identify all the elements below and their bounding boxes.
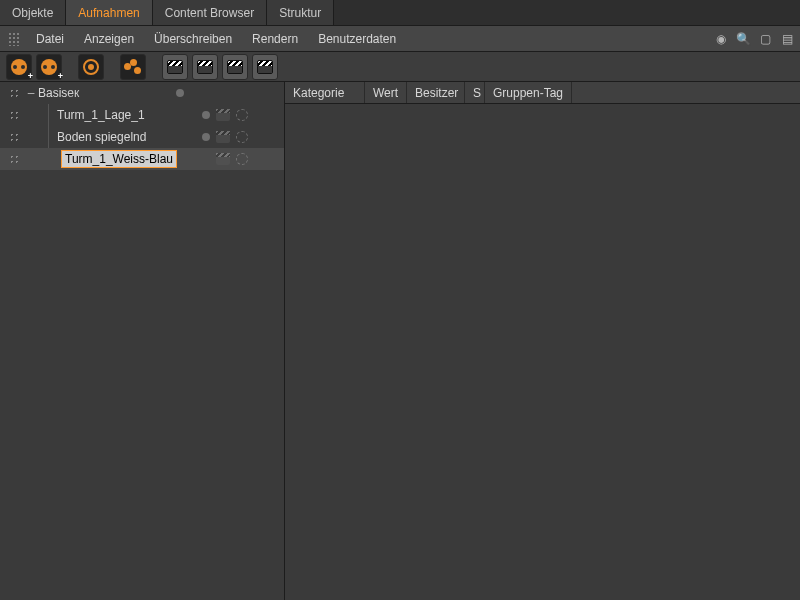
window-icon[interactable]: ▢ [758,32,772,46]
clapper-1-button[interactable] [162,54,188,80]
gear-icon[interactable] [236,131,248,143]
tree-row-turm1[interactable]: Turm_1_Lage_1 [0,104,284,126]
drag-handle-icon[interactable] [8,32,20,46]
target-button[interactable] [78,54,104,80]
search-icon[interactable]: 🔍 [736,32,750,46]
tree-label: Basis [38,86,67,100]
tab-content-browser[interactable]: Content Browser [153,0,267,25]
tree-panel: – Basis ек Turm_1_Lage_1 Boden spiegelnd [0,82,285,600]
visibility-icon[interactable] [9,88,19,98]
clapper-icon [167,60,183,74]
col-besitzer[interactable]: Besitzer [407,82,465,103]
visibility-icon[interactable] [9,110,19,120]
tab-struktur[interactable]: Struktur [267,0,334,25]
toolbar: + + [0,52,800,82]
menubar: Datei Anzeigen Überschreiben Rendern Ben… [0,26,800,52]
tab-aufnahmen[interactable]: Aufnahmen [66,0,152,25]
col-s[interactable]: S [465,82,485,103]
visibility-icon[interactable] [9,132,19,142]
gear-icon[interactable] [236,153,248,165]
state-dot-icon[interactable] [176,89,184,97]
reel-add-button[interactable]: + [6,54,32,80]
gear-icon[interactable] [236,109,248,121]
reel-icon [41,59,57,75]
plus-icon: + [58,71,63,81]
reel-add-alt-button[interactable]: + [36,54,62,80]
tree-label: Turm_1_Lage_1 [57,108,145,122]
state-dot-icon[interactable] [202,111,210,119]
molecule-icon [124,59,142,75]
target-icon [83,59,99,75]
tree-row-boden[interactable]: Boden spiegelnd [0,126,284,148]
main-tabbar: Objekte Aufnahmen Content Browser Strukt… [0,0,800,26]
detail-header: Kategorie Wert Besitzer S Gruppen-Tag [285,82,800,104]
clapper-small-icon[interactable] [216,153,230,165]
state-dot-icon[interactable] [202,133,210,141]
clapper-4-button[interactable] [252,54,278,80]
clapper-2-button[interactable] [192,54,218,80]
menu-benutzerdaten[interactable]: Benutzerdaten [308,26,406,52]
molecule-button[interactable] [120,54,146,80]
tree-label-edit-input[interactable]: Turm_1_Weiss-Blau [62,151,176,167]
reel-icon [11,59,27,75]
eye-icon[interactable]: ◉ [714,32,728,46]
detail-panel: Kategorie Wert Besitzer S Gruppen-Tag [285,82,800,600]
col-kategorie[interactable]: Kategorie [285,82,365,103]
col-gruppen-tag[interactable]: Gruppen-Tag [485,82,572,103]
tree-label: Boden spiegelnd [57,130,146,144]
visibility-icon[interactable] [9,154,19,164]
detail-body [285,104,800,600]
clapper-icon [257,60,273,74]
menu-anzeigen[interactable]: Anzeigen [74,26,144,52]
clapper-icon [227,60,243,74]
menu-rendern[interactable]: Rendern [242,26,308,52]
clapper-small-icon[interactable] [216,109,230,121]
expand-toggle-icon[interactable]: – [26,86,36,100]
menu-ueberschreiben[interactable]: Überschreiben [144,26,242,52]
tree-row-basis[interactable]: – Basis ек [0,82,284,104]
plus-icon: + [28,71,33,81]
clapper-3-button[interactable] [222,54,248,80]
tree-row-editing[interactable]: Turm_1_Weiss-Blau [0,148,284,170]
body-area: – Basis ек Turm_1_Lage_1 Boden spiegelnd [0,82,800,600]
tab-objekte[interactable]: Objekte [0,0,66,25]
clapper-icon [197,60,213,74]
menu-datei[interactable]: Datei [26,26,74,52]
dock-icon[interactable]: ▤ [780,32,794,46]
col-wert[interactable]: Wert [365,82,407,103]
clapper-small-icon[interactable] [216,131,230,143]
